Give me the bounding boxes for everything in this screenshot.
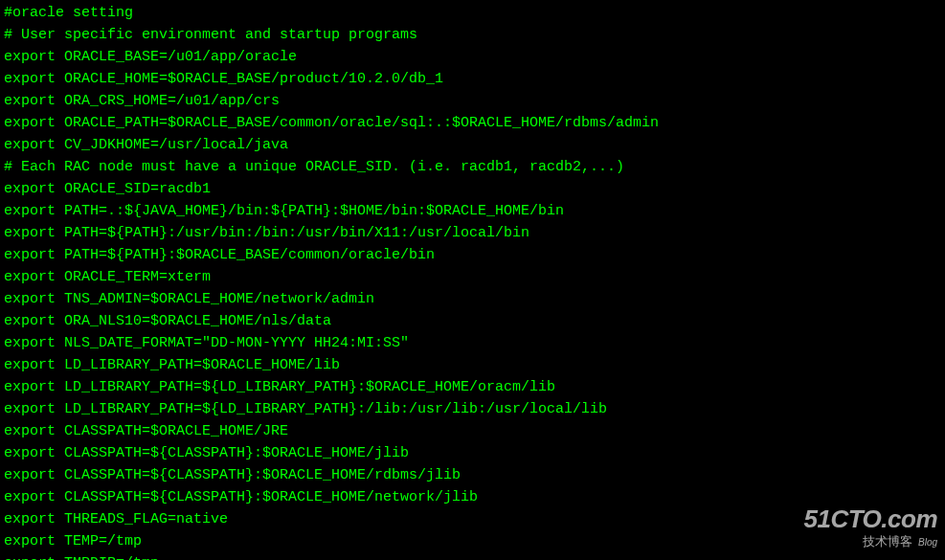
terminal-line: export LD_LIBRARY_PATH=$ORACLE_HOME/lib <box>4 354 941 376</box>
terminal-line: export ORACLE_HOME=$ORACLE_BASE/product/… <box>4 68 941 90</box>
terminal-line: export CLASSPATH=${CLASSPATH}:$ORACLE_HO… <box>4 442 941 464</box>
terminal-line: export CLASSPATH=$ORACLE_HOME/JRE <box>4 420 941 442</box>
terminal-line: export CV_JDKHOME=/usr/local/java <box>4 134 941 156</box>
terminal-line: export TMPDIR=/tmp <box>4 552 941 560</box>
terminal-line: export LD_LIBRARY_PATH=${LD_LIBRARY_PATH… <box>4 398 941 420</box>
terminal-line: export TNS_ADMIN=$ORACLE_HOME/network/ad… <box>4 288 941 310</box>
terminal-line: export NLS_DATE_FORMAT="DD-MON-YYYY HH24… <box>4 332 941 354</box>
terminal-line: export CLASSPATH=${CLASSPATH}:$ORACLE_HO… <box>4 486 941 508</box>
terminal-line: # Each RAC node must have a unique ORACL… <box>4 156 941 178</box>
terminal-line: export ORACLE_BASE=/u01/app/oracle <box>4 46 941 68</box>
terminal-line: export ORACLE_PATH=$ORACLE_BASE/common/o… <box>4 112 941 134</box>
terminal-line: export ORACLE_TERM=xterm <box>4 266 941 288</box>
terminal-line: # User specific environment and startup … <box>4 24 941 46</box>
terminal-line: export CLASSPATH=${CLASSPATH}:$ORACLE_HO… <box>4 464 941 486</box>
terminal-line: export ORA_NLS10=$ORACLE_HOME/nls/data <box>4 310 941 332</box>
terminal-output: #oracle setting# User specific environme… <box>4 2 941 560</box>
terminal-line: export TEMP=/tmp <box>4 530 941 552</box>
terminal-line: #oracle setting <box>4 2 941 24</box>
terminal-line: export PATH=.:${JAVA_HOME}/bin:${PATH}:$… <box>4 200 941 222</box>
terminal-line: export ORACLE_SID=racdb1 <box>4 178 941 200</box>
terminal-line: export PATH=${PATH}:$ORACLE_BASE/common/… <box>4 244 941 266</box>
terminal-line: export PATH=${PATH}:/usr/bin:/bin:/usr/b… <box>4 222 941 244</box>
terminal-line: export ORA_CRS_HOME=/u01/app/crs <box>4 90 941 112</box>
terminal-line: export THREADS_FLAG=native <box>4 508 941 530</box>
terminal-line: export LD_LIBRARY_PATH=${LD_LIBRARY_PATH… <box>4 376 941 398</box>
